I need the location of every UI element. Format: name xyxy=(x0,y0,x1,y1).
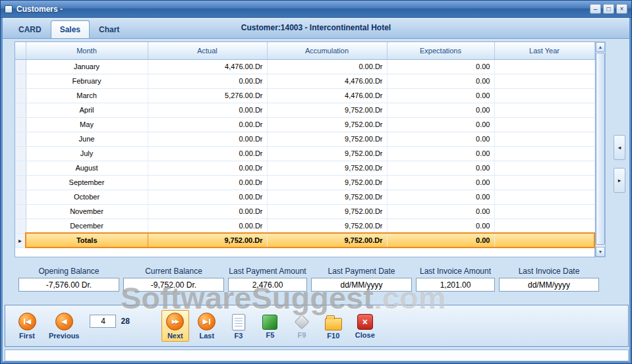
cell-expectations[interactable]: 0.00 xyxy=(387,117,494,132)
totals-actual-cell[interactable]: 9,752.00.Dr xyxy=(148,233,267,247)
first-button[interactable]: ◀ First xyxy=(13,310,41,342)
cell-month[interactable]: October xyxy=(26,190,148,204)
cell-accumulation[interactable]: 9,752.00.Dr xyxy=(267,103,387,117)
cell-accumulation[interactable]: 4,476.00.Dr xyxy=(267,88,387,103)
cell-expectations[interactable]: 0.00 xyxy=(387,59,494,74)
next-button[interactable]: ▶▶ Next xyxy=(161,310,189,342)
cell-expectations[interactable]: 0.00 xyxy=(387,204,494,219)
cell-actual[interactable]: 0.00.Dr xyxy=(148,103,267,117)
totals-expectations-cell[interactable]: 0.00 xyxy=(387,233,494,247)
cell-actual[interactable]: 0.00.Dr xyxy=(148,219,267,233)
scrollbar-thumb[interactable] xyxy=(596,53,605,245)
cell-expectations[interactable]: 0.00 xyxy=(387,103,494,117)
previous-button[interactable]: ◀ Previous xyxy=(45,310,83,342)
current-balance-value[interactable]: -9,752.00 Dr. xyxy=(123,278,224,292)
cell-accumulation[interactable]: 4,476.00.Dr xyxy=(267,74,387,88)
table-row[interactable]: December0.00.Dr9,752.00.Dr0.00 xyxy=(15,219,594,233)
f10-button[interactable]: F10 xyxy=(320,311,347,342)
minimize-icon[interactable]: – xyxy=(590,4,601,14)
cell-expectations[interactable]: 0.00 xyxy=(387,190,494,204)
titlebar[interactable]: Customers - – □ × xyxy=(1,1,631,18)
table-row[interactable]: September0.00.Dr9,752.00.Dr0.00 xyxy=(15,175,594,190)
cell-expectations[interactable]: 0.00 xyxy=(387,88,494,103)
cell-month[interactable]: September xyxy=(26,175,148,190)
totals-accumulation-cell[interactable]: 9,752.00.Dr xyxy=(267,233,387,247)
row-selector[interactable] xyxy=(15,146,26,161)
cell-accumulation[interactable]: 9,752.00.Dr xyxy=(267,161,387,175)
cell-last-year[interactable] xyxy=(494,74,594,88)
row-selector[interactable] xyxy=(15,103,26,117)
cell-last-year[interactable] xyxy=(494,88,594,103)
cell-month[interactable]: March xyxy=(26,88,148,103)
table-row[interactable]: March5,276.00.Dr4,476.00.Dr0.00 xyxy=(15,88,594,103)
close-window-icon[interactable]: × xyxy=(616,4,627,14)
record-number-input[interactable] xyxy=(90,315,116,328)
cell-actual[interactable]: 0.00.Dr xyxy=(148,161,267,175)
cell-last-year[interactable] xyxy=(494,175,594,190)
table-row[interactable]: November0.00.Dr9,752.00.Dr0.00 xyxy=(15,204,594,219)
last-button[interactable]: ▶ Last xyxy=(193,310,221,342)
cell-last-year[interactable] xyxy=(494,190,594,204)
cell-expectations[interactable]: 0.00 xyxy=(387,175,494,190)
cell-accumulation[interactable]: 9,752.00.Dr xyxy=(267,190,387,204)
cell-accumulation[interactable]: 9,752.00.Dr xyxy=(267,175,387,190)
tab-card[interactable]: CARD xyxy=(9,20,51,38)
table-row[interactable]: October0.00.Dr9,752.00.Dr0.00 xyxy=(15,190,594,204)
row-selector[interactable] xyxy=(15,132,26,146)
cell-month[interactable]: April xyxy=(26,103,148,117)
cell-accumulation[interactable]: 9,752.00.Dr xyxy=(267,117,387,132)
cell-month[interactable]: May xyxy=(26,117,148,132)
row-selector[interactable] xyxy=(15,161,26,175)
panel-collapse-left-button[interactable]: ◂ xyxy=(614,135,625,160)
f3-button[interactable]: F3 xyxy=(225,311,252,342)
tab-chart[interactable]: Chart xyxy=(90,20,129,38)
cell-last-year[interactable] xyxy=(494,103,594,117)
cell-actual[interactable]: 0.00.Dr xyxy=(148,146,267,161)
cell-accumulation[interactable]: 9,752.00.Dr xyxy=(267,204,387,219)
row-selector[interactable] xyxy=(15,59,26,74)
cell-actual[interactable]: 5,276.00.Dr xyxy=(148,88,267,103)
totals-month-cell[interactable]: Totals xyxy=(26,233,148,247)
last-payment-amount-value[interactable]: 2,476.00 xyxy=(228,278,307,292)
row-selector[interactable] xyxy=(15,204,26,219)
last-invoice-date-value[interactable]: dd/MM/yyyy xyxy=(499,278,599,292)
cell-month[interactable]: November xyxy=(26,204,148,219)
cell-actual[interactable]: 0.00.Dr xyxy=(148,74,267,88)
row-selector[interactable] xyxy=(15,74,26,88)
cell-actual[interactable]: 0.00.Dr xyxy=(148,117,267,132)
cell-last-year[interactable] xyxy=(494,132,594,146)
row-selector[interactable] xyxy=(15,175,26,190)
table-row[interactable]: August0.00.Dr9,752.00.Dr0.00 xyxy=(15,161,594,175)
cell-actual[interactable]: 0.00.Dr xyxy=(148,175,267,190)
table-row[interactable]: February0.00.Dr4,476.00.Dr0.00 xyxy=(15,74,594,88)
scroll-up-icon[interactable]: ▲ xyxy=(596,42,605,52)
row-selector[interactable] xyxy=(15,219,26,233)
cell-month[interactable]: February xyxy=(26,74,148,88)
cell-actual[interactable]: 0.00.Dr xyxy=(148,190,267,204)
row-selector[interactable] xyxy=(15,88,26,103)
row-selector[interactable] xyxy=(15,190,26,204)
totals-row[interactable]: ▸ Totals 9,752.00.Dr 9,752.00.Dr 0.00 xyxy=(15,233,594,247)
cell-month[interactable]: August xyxy=(26,161,148,175)
close-button[interactable]: × Close xyxy=(351,311,379,341)
table-row[interactable]: April0.00.Dr9,752.00.Dr0.00 xyxy=(15,103,594,117)
cell-actual[interactable]: 0.00.Dr xyxy=(148,204,267,219)
last-payment-date-value[interactable]: dd/MM/yyyy xyxy=(311,278,412,292)
cell-month[interactable]: January xyxy=(26,59,148,74)
tab-sales[interactable]: Sales xyxy=(51,20,90,38)
cell-month[interactable]: June xyxy=(26,132,148,146)
f5-button[interactable]: F5 xyxy=(256,311,284,341)
maximize-icon[interactable]: □ xyxy=(603,4,614,14)
cell-month[interactable]: July xyxy=(26,146,148,161)
table-row[interactable]: June0.00.Dr9,752.00.Dr0.00 xyxy=(15,132,594,146)
table-row[interactable]: May0.00.Dr9,752.00.Dr0.00 xyxy=(15,117,594,132)
last-invoice-amount-value[interactable]: 1,201.00 xyxy=(416,278,495,292)
cell-expectations[interactable]: 0.00 xyxy=(387,161,494,175)
opening-balance-value[interactable]: -7,576.00 Dr. xyxy=(18,278,119,292)
cell-month[interactable]: December xyxy=(26,219,148,233)
panel-expand-right-button[interactable]: ▸ xyxy=(614,168,625,193)
cell-last-year[interactable] xyxy=(494,219,594,233)
cell-expectations[interactable]: 0.00 xyxy=(387,132,494,146)
cell-last-year[interactable] xyxy=(494,204,594,219)
cell-accumulation[interactable]: 0.00.Dr xyxy=(267,59,387,74)
